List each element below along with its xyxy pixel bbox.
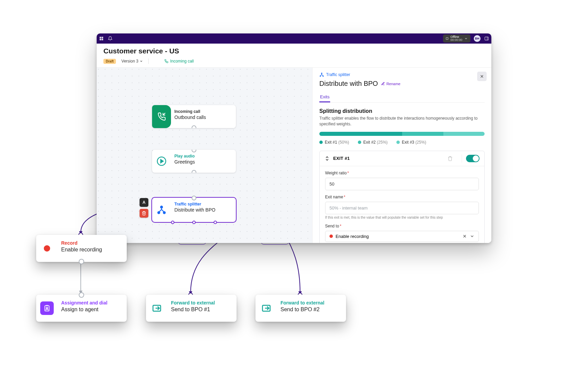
app-window: Offline 00:00:00 BH Customer service - U… (97, 33, 491, 243)
svg-rect-9 (100, 37, 101, 39)
play-icon (152, 150, 171, 173)
divider (148, 58, 149, 64)
svg-marker-17 (161, 160, 164, 163)
weight-label: Weight ratio* (325, 171, 349, 175)
node-forward-bpo1[interactable]: Forward to external Send to BPO #1 (146, 295, 237, 322)
version-select[interactable]: Version 3 (121, 59, 143, 64)
node-cap: Forward to external (171, 300, 233, 305)
node-record[interactable]: Record Enable recording (36, 235, 127, 262)
panel-title: Distribute with BPO (319, 80, 378, 88)
svg-point-23 (321, 73, 322, 74)
node-play-audio[interactable]: Play audio Greetings (152, 150, 236, 173)
node-forward-bpo2[interactable]: Forward to external Send to BPO #2 (255, 295, 346, 322)
weight-input[interactable]: 50 (325, 178, 479, 190)
node-incoming-call[interactable]: Incoming call Outbound calls (152, 105, 236, 128)
exitname-input[interactable]: 50% - internal team (325, 202, 479, 214)
bell-icon[interactable] (107, 36, 113, 41)
tool-text-button[interactable]: A (140, 198, 148, 207)
assignment-icon (36, 295, 58, 322)
clear-icon[interactable] (462, 234, 467, 239)
node-cap: Play audio (174, 154, 232, 158)
distribution-bar (319, 132, 485, 136)
node-sub: Distribute with BPO (174, 207, 232, 213)
svg-rect-12 (102, 39, 103, 41)
splitter-out-ports (152, 221, 236, 224)
node-traffic-splitter[interactable]: Traffic splitter Distribute with BPO (152, 198, 236, 222)
sendto-select[interactable]: Enable recording (325, 231, 479, 242)
tab-exits[interactable]: Exits (319, 92, 330, 102)
node-sub: Send to BPO #1 (171, 307, 233, 313)
record-dot-icon (329, 235, 333, 238)
top-bar: Offline 00:00:00 BH (97, 33, 491, 44)
node-sub: Greetings (174, 159, 232, 165)
panel-tabs: Exits (319, 92, 485, 103)
node-cap: Record (61, 240, 123, 246)
record-icon (36, 235, 58, 262)
avatar[interactable]: BH (474, 35, 481, 42)
properties-panel: Traffic splitter Distribute with BPO Ren… (312, 68, 491, 243)
phone-incoming-icon (152, 105, 171, 128)
sort-icon[interactable] (324, 156, 330, 161)
section-desc: Traffic splitter enables the flow to dis… (319, 116, 485, 127)
panel-toggle-icon[interactable] (484, 36, 489, 41)
node-sub: Assign to agent (61, 307, 123, 313)
exitname-label: Exit name* (325, 195, 345, 199)
node-cap: Assignment and dial (61, 300, 123, 305)
svg-point-18 (161, 206, 163, 208)
node-cap: Incoming call (174, 109, 232, 114)
close-button[interactable] (477, 72, 487, 81)
node-sub: Send to BPO #2 (280, 307, 343, 313)
trigger-tag[interactable]: Incoming call (164, 59, 194, 64)
app-logo-icon (99, 36, 104, 41)
chevron-down-icon[interactable] (470, 234, 474, 239)
exit-enabled-toggle[interactable] (466, 155, 480, 162)
dist-seg-1 (319, 132, 402, 136)
node-cap: Traffic splitter (174, 202, 232, 206)
draft-badge: Draft (103, 59, 116, 64)
forward-icon (255, 295, 277, 322)
svg-point-24 (320, 76, 321, 76)
exit-name: EXIT #1 (333, 156, 447, 161)
node-sub: Outbound calls (174, 115, 232, 120)
dist-seg-3 (443, 132, 485, 136)
node-assign[interactable]: Assignment and dial Assign to agent (36, 295, 127, 322)
status-time: 00:00:00 (450, 39, 462, 42)
tool-delete-button[interactable] (140, 209, 148, 218)
svg-point-30 (46, 307, 48, 309)
svg-rect-13 (485, 37, 489, 40)
svg-marker-2 (79, 231, 82, 235)
exitname-helper: If this exit is met, this is the value t… (325, 216, 479, 219)
rename-button[interactable]: Rename (381, 82, 400, 86)
status-indicator-icon (446, 37, 448, 40)
panel-breadcrumb: Traffic splitter (319, 72, 350, 77)
svg-rect-11 (100, 39, 101, 41)
page-title: Customer service - US (103, 47, 485, 55)
exit-card: EXIT #1 Weight ratio* 50 Exit name* 50% … (319, 151, 485, 243)
sendto-label: Send to* (325, 224, 341, 228)
forward-icon (146, 295, 168, 322)
split-icon (152, 198, 171, 222)
svg-point-25 (323, 76, 323, 76)
trash-icon[interactable] (447, 156, 453, 161)
node-cap: Forward to external (280, 300, 343, 305)
node-sub: Enable recording (61, 247, 123, 253)
page-header: Customer service - US Draft Version 3 In… (97, 44, 491, 68)
svg-rect-10 (102, 37, 103, 39)
dist-seg-2 (402, 132, 443, 136)
node-tools: A (140, 198, 148, 218)
svg-point-28 (44, 245, 50, 252)
section-title: Splitting distribution (319, 108, 485, 114)
status-pill[interactable]: Offline 00:00:00 (443, 34, 470, 43)
distribution-legend: Exit #1 (50%) Exit #2 (25%) Exit #3 (25%… (319, 140, 485, 145)
